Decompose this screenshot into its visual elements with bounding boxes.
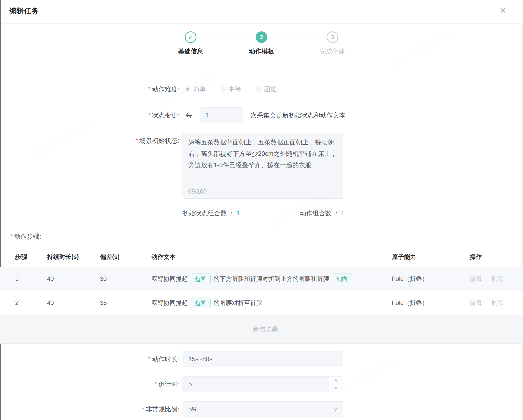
step-3-circle: 3: [327, 31, 338, 43]
difficulty-row: *动作难度: 简单 中等 困难: [0, 83, 523, 95]
action-text: 双臂协同抓起短裤的下方裤腿和裤腰对折到上方的裤腿和裤腰朝向: [151, 274, 392, 284]
action-text: 双臂协同抓起短裤的裤腰对折至裤腿: [151, 298, 392, 308]
initial-combo-count: 初始状态组合数 ：1: [183, 209, 240, 217]
action-combo-value: 1: [341, 209, 345, 217]
step-deviation: 35: [100, 299, 151, 306]
radio-icon: [185, 87, 190, 92]
step-number: 1: [15, 275, 47, 282]
unusual-ratio-row: *非常规比例: 5% ∨: [0, 401, 523, 417]
action-text-part: 的下方裤腿和裤腰对折到上方的裤腿和裤腰: [214, 275, 329, 283]
unusual-ratio-label: *非常规比例:: [0, 401, 179, 417]
action-tag: 短裤: [191, 274, 211, 284]
dialog-title: 编辑任务: [9, 6, 39, 16]
step-deviation: 30: [100, 275, 151, 282]
row-operations: 编辑删除: [470, 275, 523, 283]
chevron-down-icon: ∨: [334, 402, 337, 417]
required-asterisk: *: [148, 355, 151, 363]
radio-icon: [256, 87, 261, 92]
steps-table-rows: 14030双臂协同抓起短裤的下方裤腿和裤腰对折到上方的裤腿和裤腰朝向Fold（折…: [0, 267, 523, 315]
header-action-text: 动作文本: [151, 253, 392, 261]
difficulty-radio-group: 简单 中等 困难: [185, 83, 291, 95]
radio-label: 中等: [229, 85, 241, 93]
required-asterisk: *: [135, 137, 138, 144]
radio-label: 困难: [264, 85, 277, 93]
state-change-row: *状态变更: 每 1 次采集会更新初始状态和动作文本: [0, 107, 523, 123]
table-row: 14030双臂协同抓起短裤的下方裤腿和裤腰对折到上方的裤腿和裤腰朝向Fold（折…: [0, 267, 523, 291]
required-asterisk: *: [148, 86, 151, 93]
radio-option-hard[interactable]: 困难: [256, 85, 277, 93]
radio-option-easy[interactable]: 简单: [185, 85, 206, 93]
header-operations: 操作: [470, 253, 523, 261]
countdown-label: *倒计时:: [0, 376, 179, 392]
countdown-row: *倒计时: 5 ∧ ∨: [0, 376, 523, 392]
radio-label: 简单: [193, 85, 206, 93]
step-1-check-icon: ✓: [185, 31, 196, 43]
table-header: 步骤 持续时长(s) 偏差(s) 动作文本 原子能力 操作: [0, 247, 523, 267]
spinner-down-icon[interactable]: ∨: [329, 384, 343, 392]
step-duration: 40: [47, 299, 100, 306]
dialog-header: 编辑任务 ✕: [1, 0, 523, 24]
action-text-part: 的裤腰对折至裤腿: [214, 299, 262, 307]
add-step-button[interactable]: + 新增步骤: [0, 315, 523, 344]
countdown-input[interactable]: 5 ∧ ∨: [183, 376, 343, 392]
action-steps-label: *动作步骤:: [10, 232, 41, 241]
state-change-input[interactable]: 1: [200, 107, 243, 123]
add-step-label: 新增步骤: [253, 325, 278, 333]
header-ability: 原子能力: [392, 253, 470, 261]
plus-icon: +: [245, 325, 249, 333]
header-deviation: 偏差(s): [100, 253, 151, 261]
close-icon[interactable]: ✕: [499, 7, 506, 15]
required-asterisk: *: [10, 233, 13, 240]
state-change-suffix: 次采集会更新初始状态和动作文本: [251, 107, 346, 123]
step-connector: [269, 37, 326, 37]
header-step: 步骤: [15, 253, 47, 261]
step-connector: [198, 37, 255, 37]
delete-link[interactable]: 删除: [491, 275, 504, 282]
action-tag: 短裤: [191, 298, 211, 308]
state-change-prefix: 每: [186, 107, 192, 123]
edit-link[interactable]: 编辑: [470, 299, 482, 306]
step-duration: 40: [47, 275, 100, 282]
header-duration: 持续时长(s): [47, 253, 100, 261]
duration-row: *动作时长: 15s~80s: [0, 351, 523, 367]
required-asterisk: *: [154, 381, 157, 388]
combos-row: 初始状态组合数 ：1 动作组合数 ：1: [0, 208, 523, 218]
watermark-text: {{current_time}}: [391, 29, 452, 68]
atomic-ability: Fold（折叠）: [392, 299, 470, 307]
radio-option-medium[interactable]: 中等: [220, 85, 241, 93]
required-asterisk: *: [148, 112, 151, 119]
atomic-ability: Fold（折叠）: [392, 275, 470, 283]
state-change-label: *状态变更:: [0, 107, 179, 123]
action-combo-count: 动作组合数 ：1: [300, 209, 345, 217]
row-operations: 编辑删除: [470, 299, 523, 307]
edit-link[interactable]: 编辑: [470, 275, 482, 282]
duration-input[interactable]: 15s~80s: [183, 351, 343, 367]
wizard-stepper: ✓ 2 3 基础信息 动作模板 完成创建: [150, 31, 373, 60]
difficulty-label: *动作难度:: [0, 83, 179, 95]
initial-state-label: *场景初始状态:: [0, 137, 179, 145]
initial-combo-value: 1: [236, 209, 240, 217]
required-asterisk: *: [142, 406, 144, 413]
delete-link[interactable]: 删除: [491, 299, 504, 306]
step-2-label: 动作模板: [234, 47, 289, 55]
step-2-circle: 2: [256, 31, 267, 43]
action-tag: 朝向: [332, 274, 352, 284]
action-steps-table: 步骤 持续时长(s) 偏差(s) 动作文本 原子能力 操作 14030双臂协同抓…: [0, 247, 523, 344]
number-spinner: ∧ ∨: [329, 376, 343, 392]
duration-label: *动作时长:: [0, 351, 179, 367]
action-text-part: 双臂协同抓起: [151, 275, 188, 283]
radio-icon: [220, 87, 226, 92]
step-number: 2: [15, 299, 47, 306]
action-text-part: 双臂协同抓起: [151, 299, 188, 307]
unusual-ratio-select[interactable]: 5% ∨: [183, 401, 343, 417]
step-1-label: 基础信息: [163, 47, 218, 55]
table-row: 24035双臂协同抓起短裤的裤腰对折至裤腿Fold（折叠）编辑删除: [0, 291, 523, 315]
char-counter: 69/100: [188, 188, 207, 195]
step-3-label: 完成创建: [305, 47, 360, 55]
